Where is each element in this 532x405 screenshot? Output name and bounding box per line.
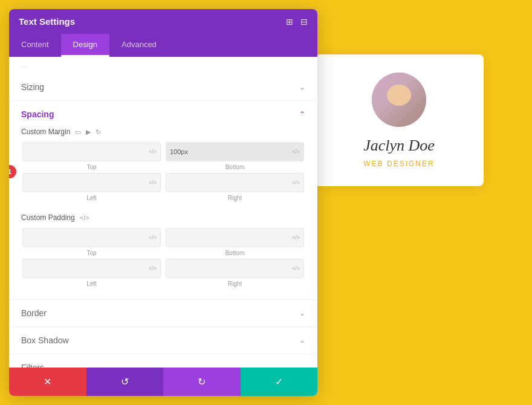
padding-bottom-group: </> Bottom [164, 228, 305, 256]
margin-right-input[interactable] [170, 179, 292, 186]
padding-right-unit: </> [292, 265, 300, 271]
padding-left-input[interactable] [27, 265, 149, 272]
panel-tabs: Content Design Advanced [9, 34, 317, 57]
padding-bottom-label: Bottom [164, 250, 305, 256]
section-filters: Filters ⌄ [9, 354, 317, 368]
padding-bottom-unit: </> [292, 235, 300, 241]
panel-header-icons: ⊞ ⊟ [286, 17, 308, 27]
margin-left-right-row: </> Left </> Right [21, 173, 305, 201]
bottom-bar: ✕ ↺ ↻ ✓ [9, 368, 317, 396]
custom-padding-label-row: Custom Padding </> [21, 213, 305, 222]
section-border: Border ⌄ [9, 300, 317, 327]
section-sizing-header[interactable]: Sizing ⌄ [9, 74, 317, 100]
padding-left-label: Left [21, 280, 162, 287]
section-sizing: Sizing ⌄ [9, 74, 317, 101]
avatar-image [372, 73, 426, 127]
scroll-hint: ... [9, 57, 317, 74]
margin-right-group: </> Right [164, 173, 305, 201]
margin-bottom-input-wrapper: </> [166, 142, 304, 161]
margin-bottom-group: </> Bottom [164, 142, 305, 170]
profile-name: Jaclyn Doe [326, 137, 472, 155]
margin-mobile-icon[interactable]: ▭ [75, 128, 81, 136]
margin-inputs-container: 1 </> Top </> [21, 142, 305, 201]
settings-panel: Text Settings ⊞ ⊟ Content Design Advance… [9, 9, 317, 396]
margin-bottom-unit: </> [292, 149, 300, 155]
filters-chevron-icon: ⌄ [299, 363, 305, 368]
padding-bottom-input-wrapper: </> [166, 228, 304, 247]
panel-content: ... Sizing ⌄ Spacing ⌃ Custom Margin ▭ ▶… [9, 57, 317, 368]
padding-bottom-input[interactable] [170, 234, 292, 241]
padding-left-input-wrapper: </> [22, 259, 161, 278]
section-spacing: Spacing ⌃ Custom Margin ▭ ▶ ↻ 1 [9, 101, 317, 300]
section-filters-header[interactable]: Filters ⌄ [9, 354, 317, 368]
section-box-shadow-title: Box Shadow [21, 335, 69, 345]
undo-button[interactable]: ↺ [86, 368, 164, 396]
padding-left-unit: </> [149, 265, 157, 271]
margin-right-input-wrapper: </> [166, 173, 304, 192]
margin-right-unit: </> [292, 180, 300, 186]
tab-design[interactable]: Design [61, 34, 109, 57]
padding-top-input-wrapper: </> [22, 228, 161, 247]
padding-section: Custom Padding </> </> Top [21, 213, 305, 287]
box-shadow-chevron-icon: ⌄ [299, 336, 305, 345]
section-border-title: Border [21, 308, 47, 318]
custom-padding-label: Custom Padding [21, 213, 75, 222]
margin-left-unit: </> [149, 180, 157, 186]
redo-button[interactable]: ↻ [163, 368, 241, 396]
spacing-content: Custom Margin ▭ ▶ ↻ 1 </> Top [9, 128, 317, 299]
panel-title: Text Settings [19, 16, 75, 27]
confirm-button[interactable]: ✓ [241, 368, 318, 396]
padding-top-input[interactable] [27, 234, 149, 241]
margin-badge: 1 [9, 165, 16, 178]
margin-top-label: Top [21, 164, 162, 170]
custom-margin-label-row: Custom Margin ▭ ▶ ↻ [21, 128, 305, 136]
profile-title: Web Designer [326, 160, 472, 168]
panel-icon-grid[interactable]: ⊞ [286, 17, 293, 27]
margin-bottom-input[interactable] [170, 148, 292, 155]
panel-header: Text Settings ⊞ ⊟ [9, 9, 317, 34]
padding-right-group: </> Right [164, 259, 305, 287]
tab-content[interactable]: Content [9, 34, 61, 57]
margin-left-input-wrapper: </> [22, 173, 161, 192]
spacing-chevron-icon: ⌃ [299, 110, 305, 118]
margin-right-label: Right [164, 195, 305, 201]
section-box-shadow: Box Shadow ⌄ [9, 327, 317, 354]
sizing-chevron-icon: ⌄ [299, 83, 305, 91]
margin-top-group: </> Top [21, 142, 162, 170]
margin-left-input[interactable] [27, 179, 149, 186]
margin-top-unit: </> [149, 149, 157, 155]
padding-right-label: Right [164, 280, 305, 287]
padding-top-group: </> Top [21, 228, 162, 256]
padding-left-right-row: </> Left </> Right [21, 259, 305, 287]
margin-left-group: </> Left [21, 173, 162, 201]
margin-reset-icon[interactable]: ↻ [96, 128, 101, 136]
margin-cursor-icon[interactable]: ▶ [86, 128, 91, 136]
padding-top-label: Top [21, 250, 162, 256]
margin-bottom-label: Bottom [164, 164, 305, 170]
profile-avatar [372, 73, 426, 127]
margin-left-label: Left [21, 195, 162, 201]
profile-card: Jaclyn Doe Web Designer [314, 54, 484, 186]
section-spacing-title: Spacing [21, 109, 54, 119]
cancel-button[interactable]: ✕ [9, 368, 86, 396]
padding-right-input-wrapper: </> [166, 259, 304, 278]
padding-left-group: </> Left [21, 259, 162, 287]
padding-link-icon[interactable]: </> [80, 214, 89, 221]
padding-right-input[interactable] [170, 265, 292, 272]
section-box-shadow-header[interactable]: Box Shadow ⌄ [9, 327, 317, 354]
padding-top-bottom-row: </> Top </> Bottom [21, 228, 305, 256]
section-spacing-header[interactable]: Spacing ⌃ [9, 101, 317, 128]
panel-icon-split[interactable]: ⊟ [300, 17, 308, 27]
section-sizing-title: Sizing [21, 82, 44, 92]
border-chevron-icon: ⌄ [299, 309, 305, 317]
section-filters-title: Filters [21, 363, 44, 368]
margin-top-input[interactable] [27, 148, 149, 155]
tab-advanced[interactable]: Advanced [109, 34, 169, 57]
margin-top-input-wrapper: </> [22, 142, 161, 161]
section-border-header[interactable]: Border ⌄ [9, 300, 317, 326]
padding-top-unit: </> [149, 235, 157, 241]
margin-top-bottom-row: </> Top </> Bottom [21, 142, 305, 170]
custom-margin-label: Custom Margin [21, 128, 70, 136]
